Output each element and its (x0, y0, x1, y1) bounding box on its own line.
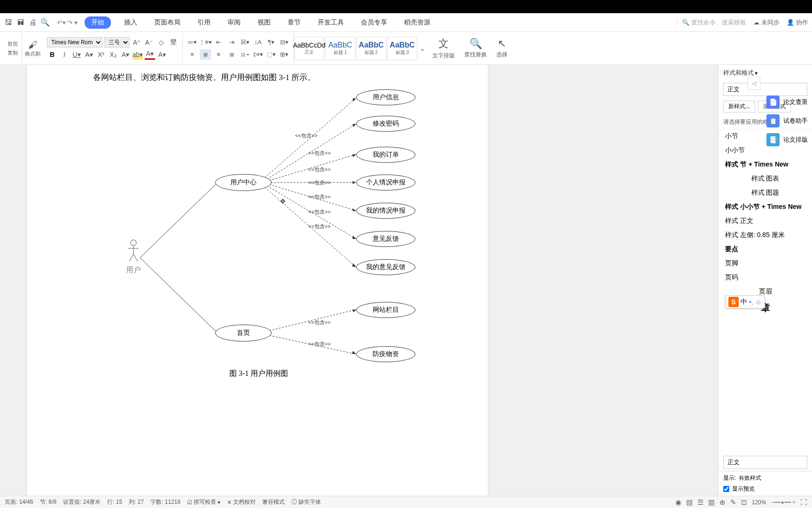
sb-col: 列: 27 (129, 498, 144, 506)
save-as-icon[interactable]: 🖬 (16, 18, 25, 27)
sb-missing-font[interactable]: ⓘ 缺失字体 (291, 498, 321, 506)
select-button[interactable]: ↖ 选择 (492, 38, 512, 59)
format-brush[interactable]: 🖌 格式刷 (22, 40, 43, 57)
styles-gallery[interactable]: AaBbCcDd正文AaBbC标题 1AaBbC标题 2AaBbC标题 3 (294, 37, 417, 60)
tabs-icon[interactable]: ⊟▾ (279, 37, 290, 48)
text-layout-button[interactable]: 文 文字排版 (428, 37, 460, 60)
bold-button[interactable]: B (47, 49, 57, 60)
svg-line-0 (140, 183, 218, 258)
align-center-icon[interactable]: ≣ (200, 49, 211, 60)
text-direction-icon[interactable]: ↕A (252, 37, 264, 48)
ime-logo-icon: S (728, 297, 739, 307)
decrease-indent-icon[interactable]: ⇤ (213, 37, 224, 48)
reading-mode-icon[interactable]: ◉ (675, 498, 681, 507)
increase-font-icon[interactable]: A⁺ (132, 37, 142, 48)
customize-qat[interactable]: ▾ (74, 19, 78, 26)
align-justify-icon[interactable]: ≣ (226, 49, 237, 60)
svg-point-20 (131, 240, 136, 246)
collab-button[interactable]: 👤 协作 (787, 18, 808, 27)
sb-pos: 设置值: 24厘米 (63, 498, 101, 506)
document-page[interactable]: 各网站栏目、浏览和订购防疫物资。用户用例图如图 3-1 所示。 (27, 65, 488, 496)
menu-tab-0[interactable]: 开始 (85, 16, 111, 29)
menu-tab-7[interactable]: 开发工具 (314, 16, 348, 29)
menu-tab-3[interactable]: 引用 (194, 16, 214, 29)
highlight-button[interactable]: ab▾ (133, 49, 143, 60)
redo-button[interactable]: ↷ (67, 19, 73, 26)
style-preview-2[interactable]: AaBbC标题 2 (356, 37, 386, 60)
print-preview-icon[interactable]: 🔍 (40, 18, 50, 27)
fullscreen-icon[interactable]: ⛶ (800, 498, 807, 506)
zoom-fit-icon[interactable]: ⊡ (741, 498, 747, 507)
font-color-button[interactable]: A▾ (145, 49, 155, 60)
sb-page[interactable]: 页面: 14/46 (5, 498, 33, 506)
font-name-select[interactable]: Times New Roma (47, 37, 102, 48)
sb-section[interactable]: 节: 6/8 (40, 498, 56, 506)
style-preview-3[interactable]: AaBbC标题 3 (387, 37, 417, 60)
distribute-icon[interactable]: ⫼▾ (239, 49, 250, 60)
align-right-icon[interactable]: ≡ (213, 49, 224, 60)
menu-tab-9[interactable]: 稻壳资源 (400, 16, 434, 29)
subscript-button[interactable]: X₂ (108, 49, 118, 60)
sort-icon[interactable]: ☒▾ (239, 37, 250, 48)
cut-button[interactable]: 剪切 (8, 40, 18, 48)
print-icon[interactable]: 🖨 (28, 18, 38, 27)
usecase-5: 我的情况申报 (356, 203, 415, 219)
usecase-home: 首页 (215, 325, 272, 341)
save-icon[interactable]: 🖫 (4, 18, 13, 27)
font-size-select[interactable]: 三号 (104, 37, 130, 48)
sb-compat: 兼容模式 (262, 498, 285, 506)
decrease-font-icon[interactable]: A⁻ (144, 37, 154, 48)
styles-expand-icon[interactable]: ⌄ (417, 43, 428, 54)
menu-tab-1[interactable]: 插入 (120, 16, 141, 29)
phonetic-guide-icon[interactable]: 燮 (168, 37, 179, 48)
find-replace-button[interactable]: 🔍 查找替换 (460, 38, 492, 59)
sb-words[interactable]: 字数: 11218 (150, 498, 180, 506)
show-marks-icon[interactable]: ¶▾ (265, 37, 277, 48)
statusbar: 页面: 14/46 节: 6/8 设置值: 24厘米 行: 15 列: 27 字… (0, 496, 812, 508)
line-spacing-icon[interactable]: ‡≡▾ (252, 49, 264, 60)
menu-tab-8[interactable]: 会员专享 (357, 16, 391, 29)
ime-emoji[interactable]: ☺ (755, 298, 762, 306)
align-left-icon[interactable]: ≡ (187, 49, 198, 60)
tool-exam[interactable]: 📋 试卷助手 (763, 113, 812, 129)
strikethrough-button[interactable]: A̶▾ (84, 49, 94, 60)
sb-spell[interactable]: ☑ 拼写检查 ▾ (187, 498, 220, 506)
zoom-level[interactable]: 120% (752, 499, 766, 506)
underline-button[interactable]: U▾ (71, 49, 82, 60)
person-icon: 👤 (787, 19, 794, 26)
undo-button[interactable]: ↶▾ (57, 19, 66, 26)
sync-status[interactable]: ☁ 未同步 (753, 18, 780, 27)
number-list-icon[interactable]: ⋮≡▾ (200, 37, 211, 48)
ime-lang[interactable]: 中 (741, 298, 747, 306)
pen-icon[interactable]: ✎ (730, 498, 736, 507)
menu-tab-6[interactable]: 章节 (284, 16, 304, 29)
svg-marker-14 (352, 181, 356, 184)
globe-icon[interactable]: ⊕ (719, 498, 726, 507)
outline-icon[interactable]: ☰ (697, 498, 703, 507)
svg-marker-12 (352, 124, 356, 127)
increase-indent-icon[interactable]: ⇥ (226, 37, 237, 48)
bullet-list-icon[interactable]: ≔▾ (187, 37, 198, 48)
text-effects-button[interactable]: A▾ (157, 49, 167, 60)
borders-icon[interactable]: ⊞▾ (279, 49, 290, 60)
menu-tab-5[interactable]: 视图 (254, 16, 274, 29)
sb-doc-check[interactable]: ✕ 文档校对 (227, 498, 256, 506)
italic-button[interactable]: I (59, 49, 70, 60)
menu-tab-4[interactable]: 审阅 (224, 16, 244, 29)
tool-plagiarism[interactable]: 📄 论文查重 (763, 94, 812, 110)
ime-toolbar[interactable]: S 中 •, ☺ (725, 295, 765, 309)
copy-button[interactable]: 复制 (8, 49, 18, 56)
web-layout-icon[interactable]: ▥ (708, 498, 715, 507)
shading-icon[interactable]: ⬚▾ (265, 49, 277, 60)
collapse-tools-icon[interactable]: ◁ (747, 77, 760, 90)
ime-punct[interactable]: •, (749, 298, 753, 306)
command-search[interactable]: 🔍 查找命令、搜索模板 (677, 18, 746, 27)
print-layout-icon[interactable]: ▤ (686, 498, 693, 507)
superscript-button[interactable]: X² (96, 49, 106, 60)
clear-format-icon[interactable]: ◇ (156, 37, 166, 48)
change-case-button[interactable]: A▾ (120, 49, 131, 60)
tool-layout[interactable]: 📑 论文排版 (763, 132, 812, 148)
menu-tab-2[interactable]: 页面布局 (150, 16, 184, 29)
style-preview-1[interactable]: AaBbC标题 1 (325, 37, 355, 60)
style-preview-0[interactable]: AaBbCcDd正文 (294, 37, 324, 60)
